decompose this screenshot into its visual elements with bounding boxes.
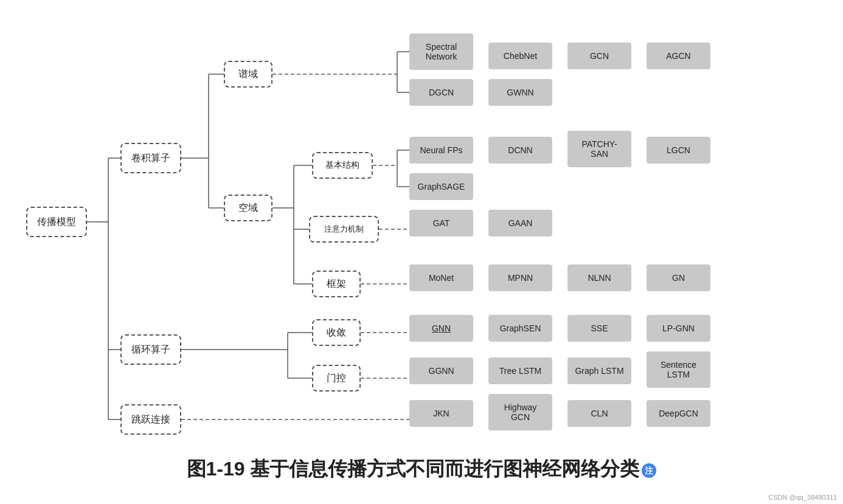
box-gcn: GCN — [567, 43, 631, 69]
box-nlnn: NLNN — [567, 264, 631, 291]
box-gnn: GNN — [409, 315, 473, 342]
node-chuanbo: 传播模型 — [26, 207, 87, 237]
box-agcn: AGCN — [647, 43, 710, 69]
box-monet: MoNet — [409, 264, 473, 291]
box-spectral: Spectral Network — [409, 33, 473, 70]
node-kuangjia: 框架 — [312, 271, 361, 297]
node-tiaoyue: 跳跃连接 — [120, 404, 181, 435]
node-shoulian: 收敛 — [312, 319, 361, 346]
box-deepGcn: DeepGCN — [647, 400, 710, 427]
box-sse: SSE — [567, 315, 631, 342]
watermark: CSDN @qq_38480311 — [768, 494, 837, 501]
box-ggnn: GGNN — [409, 357, 473, 384]
box-graphLstm: Graph LSTM — [567, 357, 631, 384]
box-gat: GAT — [409, 210, 473, 236]
figure-caption: 图1-19 基于信息传播方式不同而进行图神经网络分类注 — [6, 450, 837, 489]
tree-area: 传播模型 卷积算子 循环算子 跳跃连接 谱域 空域 基本结构 注意力机制 框架 … — [8, 12, 835, 444]
box-neuralFPs: Neural FPs — [409, 137, 473, 164]
node-jiben: 基本结构 — [312, 152, 373, 179]
box-cln: CLN — [567, 400, 631, 427]
box-lpGnn: LP-GNN — [647, 315, 710, 342]
node-xunhuan: 循环算子 — [120, 334, 181, 365]
box-graphsage: GraphSAGE — [409, 173, 473, 200]
box-patchySan: PATCHY- SAN — [567, 131, 631, 167]
node-kuyu: 空域 — [224, 195, 272, 221]
box-sentenceLstm: Sentence LSTM — [647, 351, 710, 388]
box-dgcn: DGCN — [409, 79, 473, 106]
box-gn: GN — [647, 264, 710, 291]
node-puyu: 谱域 — [224, 61, 272, 88]
box-dcnn: DCNN — [488, 137, 552, 164]
box-mpnn: MPNN — [488, 264, 552, 291]
node-menkong: 门控 — [312, 365, 361, 392]
box-treeLstm: Tree LSTM — [488, 357, 552, 384]
caption-badge: 注 — [642, 463, 656, 478]
box-gaan: GAAN — [488, 210, 552, 236]
main-container: 传播模型 卷积算子 循环算子 跳跃连接 谱域 空域 基本结构 注意力机制 框架 … — [0, 0, 843, 495]
box-jkn: JKN — [409, 400, 473, 427]
box-lgcn: LGCN — [647, 137, 710, 164]
node-zhuyi: 注意力机制 — [309, 216, 379, 243]
box-graphsen: GraphSEN — [488, 315, 552, 342]
box-chebnet: ChebNet — [488, 43, 552, 69]
node-juanji: 卷积算子 — [120, 143, 181, 173]
box-highwayGcn: Highway GCN — [488, 394, 552, 430]
box-gwnn: GWNN — [488, 79, 552, 106]
